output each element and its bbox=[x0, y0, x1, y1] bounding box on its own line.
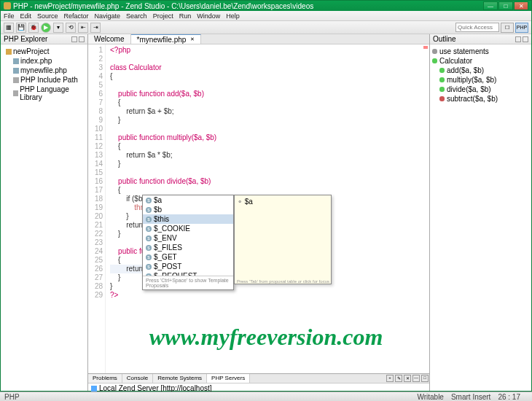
php-explorer-title: PHP Explorer bbox=[4, 35, 47, 43]
menu-run[interactable]: Run bbox=[179, 12, 192, 20]
outline-title: Outline bbox=[433, 35, 456, 43]
editor-tabs: Welcome *mynewfile.php✕ bbox=[88, 34, 429, 44]
toolbar: ▦ 💾 🐞 ▶ ▾ ⟲ ⇤ ⇥ ☐ PHP bbox=[1, 21, 531, 34]
autocomplete-item[interactable]: $$_POST bbox=[143, 262, 233, 271]
variable-icon: $ bbox=[146, 226, 152, 232]
menu-window[interactable]: Window bbox=[197, 12, 220, 20]
tab-mynewfile[interactable]: *mynewfile.php✕ bbox=[131, 34, 202, 44]
menu-search[interactable]: Search bbox=[126, 12, 147, 20]
menu-edit[interactable]: Edit bbox=[20, 12, 32, 20]
method-icon bbox=[439, 87, 445, 92]
variable-icon: $ bbox=[146, 245, 152, 251]
tree-item[interactable]: PHP Language Library bbox=[3, 85, 85, 102]
debug-button[interactable]: 🐞 bbox=[28, 23, 39, 33]
method-icon bbox=[432, 58, 437, 63]
bottom-delete-icon[interactable]: ✕ bbox=[404, 375, 411, 382]
status-writable: Writable bbox=[417, 393, 444, 401]
quick-access-input[interactable] bbox=[455, 23, 499, 32]
new-button[interactable]: ▦ bbox=[4, 23, 14, 33]
outline-item[interactable]: add($a, $b) bbox=[432, 66, 529, 75]
outline-item[interactable]: multiply($a, $b) bbox=[432, 75, 529, 85]
line-gutter: 1234567891011121314151617181920212223242… bbox=[88, 44, 106, 373]
tab-remote-systems[interactable]: Remote Systems bbox=[153, 374, 207, 383]
php-perspective-button[interactable]: PHP bbox=[515, 23, 528, 33]
outline-item[interactable]: subtract($a, $b) bbox=[432, 94, 529, 104]
tool-button-3[interactable]: ⇤ bbox=[78, 23, 88, 33]
status-left: PHP bbox=[4, 393, 20, 401]
php-explorer-pane: PHP Explorer newProjectindex.phpmynewfil… bbox=[1, 34, 88, 391]
method-icon bbox=[439, 68, 445, 73]
file-icon bbox=[13, 68, 19, 74]
menu-source[interactable]: Source bbox=[37, 12, 58, 20]
tree-item[interactable]: mynewfile.php bbox=[3, 66, 85, 75]
variable-icon: $ bbox=[146, 217, 152, 222]
menu-file[interactable]: File bbox=[4, 12, 15, 20]
tab-console[interactable]: Console bbox=[122, 374, 153, 383]
tool-button-4[interactable]: ⇥ bbox=[90, 23, 101, 33]
outline-menu-icon[interactable] bbox=[515, 36, 521, 42]
autocomplete-item[interactable]: $$a bbox=[143, 195, 233, 205]
close-button[interactable]: ✕ bbox=[514, 1, 528, 10]
variable-icon: $ bbox=[146, 207, 152, 213]
minimize-view-icon[interactable] bbox=[79, 36, 85, 42]
autocomplete-doc: ⚬ $a Press 'Tab' from proposal table or … bbox=[234, 195, 332, 284]
autocomplete-item[interactable]: $$this bbox=[143, 214, 233, 224]
outline-min-icon[interactable] bbox=[523, 36, 528, 42]
menu-help[interactable]: Help bbox=[226, 12, 240, 20]
variable-icon: $ bbox=[146, 273, 152, 276]
autocomplete-item[interactable]: $$b bbox=[143, 205, 233, 214]
method-icon bbox=[439, 77, 445, 82]
autocomplete-popup[interactable]: $$a$$b$$this$$_COOKIE$$_ENV$$_FILES$$_GE… bbox=[142, 195, 234, 290]
menu-refactor[interactable]: Refactor bbox=[64, 12, 89, 20]
minimize-button[interactable]: — bbox=[483, 1, 498, 10]
autocomplete-item[interactable]: $$_COOKIE bbox=[143, 224, 233, 233]
method-icon bbox=[432, 49, 437, 54]
status-insert: Smart Insert bbox=[451, 393, 490, 401]
window-title: PHP - newProject/mynewfile.php - Zend St… bbox=[13, 2, 313, 10]
save-button[interactable]: 💾 bbox=[16, 23, 26, 33]
tree-item[interactable]: index.php bbox=[3, 56, 85, 66]
variable-icon: $ bbox=[146, 235, 152, 241]
autocomplete-hint: Press 'Ctrl+Space' to show Template Prop… bbox=[143, 276, 233, 289]
open-perspective-button[interactable]: ☐ bbox=[501, 23, 514, 33]
view-menu-icon[interactable] bbox=[71, 36, 77, 42]
method-icon bbox=[439, 96, 445, 101]
close-tab-icon[interactable]: ✕ bbox=[190, 36, 195, 42]
outline-item[interactable]: Calculator bbox=[432, 56, 529, 66]
title-bar: PHP - newProject/mynewfile.php - Zend St… bbox=[1, 1, 531, 11]
file-icon bbox=[13, 58, 19, 64]
bottom-min-icon[interactable]: — bbox=[412, 375, 420, 382]
autocomplete-item[interactable]: $$_ENV bbox=[143, 233, 233, 243]
variable-icon: $ bbox=[146, 264, 152, 270]
tab-php-servers[interactable]: PHP Servers bbox=[207, 374, 250, 383]
error-marker bbox=[423, 46, 428, 177]
variable-icon: $ bbox=[146, 254, 152, 260]
menu-bar: File Edit Source Refactor Navigate Searc… bbox=[1, 11, 531, 21]
tab-problems[interactable]: Problems bbox=[88, 374, 122, 383]
app-icon bbox=[4, 2, 11, 9]
file-icon bbox=[6, 49, 12, 55]
status-bar: PHP Writable Smart Insert 26 : 17 bbox=[0, 392, 532, 401]
file-icon bbox=[13, 90, 18, 96]
outline-pane: Outline use statementsCalculatoradd($a, … bbox=[429, 34, 531, 391]
run-button[interactable]: ▶ bbox=[41, 23, 51, 33]
tree-item[interactable]: PHP Include Path bbox=[3, 75, 85, 85]
variable-icon: $ bbox=[146, 198, 152, 203]
bottom-pane: Problems Console Remote Systems PHP Serv… bbox=[88, 373, 429, 391]
autocomplete-item[interactable]: $$_FILES bbox=[143, 243, 233, 252]
outline-item[interactable]: use statements bbox=[432, 47, 529, 56]
maximize-button[interactable]: □ bbox=[498, 1, 513, 10]
bottom-add-icon[interactable]: + bbox=[386, 375, 394, 382]
autocomplete-item[interactable]: $$_GET bbox=[143, 252, 233, 262]
tool-button-2[interactable]: ⟲ bbox=[66, 23, 76, 33]
tree-item[interactable]: newProject bbox=[3, 47, 85, 56]
menu-project[interactable]: Project bbox=[153, 12, 173, 20]
outline-item[interactable]: divide($a, $b) bbox=[432, 85, 529, 94]
bottom-edit-icon[interactable]: ✎ bbox=[395, 375, 402, 382]
bottom-max-icon[interactable]: □ bbox=[421, 375, 429, 382]
server-icon bbox=[91, 386, 97, 392]
tab-welcome[interactable]: Welcome bbox=[88, 34, 131, 44]
status-position: 26 : 17 bbox=[498, 393, 520, 401]
tool-button[interactable]: ▾ bbox=[53, 23, 63, 33]
menu-navigate[interactable]: Navigate bbox=[95, 12, 121, 20]
